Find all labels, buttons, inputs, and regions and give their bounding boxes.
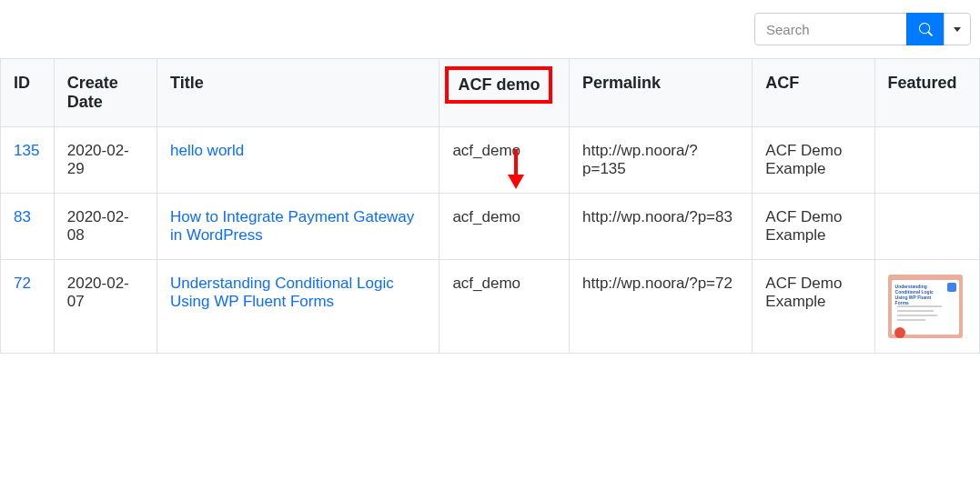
- row-id-link[interactable]: 83: [14, 208, 31, 225]
- dropdown-button[interactable]: [944, 13, 971, 45]
- row-create-date: 2020-02-08: [54, 194, 157, 260]
- col-header-acf[interactable]: ACF: [753, 59, 874, 127]
- row-title-link[interactable]: Understanding Conditional Logic Using WP…: [170, 275, 394, 310]
- row-id-link[interactable]: 135: [14, 142, 39, 159]
- row-acf-demo: acf_demo: [439, 260, 570, 354]
- col-header-acf-demo[interactable]: ACF demo: [439, 59, 570, 127]
- col-header-id[interactable]: ID: [1, 59, 55, 127]
- search-button[interactable]: [906, 13, 945, 45]
- search-input[interactable]: [754, 13, 907, 45]
- col-header-permalink[interactable]: Permalink: [570, 59, 753, 127]
- row-title-link[interactable]: How to Integrate Payment Gateway in Word…: [170, 208, 414, 244]
- col-header-acf-demo-label: ACF demo: [458, 75, 540, 94]
- row-permalink: http://wp.noora/?p=135: [570, 127, 753, 194]
- row-acf: ACF Demo Example: [753, 127, 874, 194]
- table-row: 722020-02-07Understanding Conditional Lo…: [1, 260, 980, 354]
- toolbar: [0, 0, 980, 58]
- row-create-date: 2020-02-07: [54, 260, 157, 354]
- col-header-create-date[interactable]: Create Date: [54, 59, 157, 127]
- row-featured: Understanding Conditional Logic Using WP…: [874, 260, 979, 354]
- data-table: ID Create Date Title ACF demo Permalink …: [0, 58, 980, 354]
- col-header-featured[interactable]: Featured: [874, 59, 979, 127]
- row-featured: [874, 127, 979, 194]
- table-body: 1352020-02-29hello worldacf_demohttp://w…: [1, 127, 980, 354]
- table-row: 1352020-02-29hello worldacf_demohttp://w…: [1, 127, 980, 194]
- row-acf: ACF Demo Example: [753, 260, 874, 354]
- row-permalink: http://wp.noora/?p=83: [570, 194, 753, 260]
- row-id-link[interactable]: 72: [14, 275, 31, 292]
- table-row: 832020-02-08How to Integrate Payment Gat…: [1, 194, 980, 260]
- row-permalink: http://wp.noora/?p=72: [570, 260, 753, 354]
- row-acf-demo: acf_demo: [439, 127, 570, 194]
- caret-down-icon: [954, 27, 961, 32]
- featured-thumbnail[interactable]: Understanding Conditional Logic Using WP…: [888, 275, 963, 338]
- highlight-annotation: ACF demo: [445, 66, 552, 104]
- col-header-title[interactable]: Title: [157, 59, 439, 127]
- table-header-row: ID Create Date Title ACF demo Permalink …: [1, 59, 980, 127]
- row-acf: ACF Demo Example: [753, 194, 874, 260]
- row-create-date: 2020-02-29: [54, 127, 157, 194]
- row-acf-demo: acf_demo: [439, 194, 570, 260]
- row-title-link[interactable]: hello world: [170, 142, 244, 159]
- search-icon: [919, 23, 933, 36]
- row-featured: [874, 194, 979, 260]
